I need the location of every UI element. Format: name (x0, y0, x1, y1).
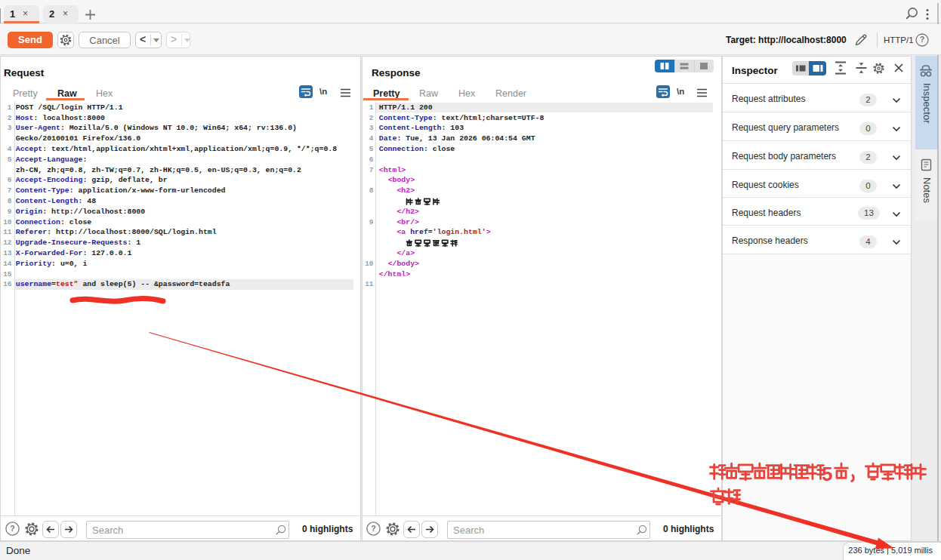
svg-text:5: 5 (822, 463, 832, 485)
